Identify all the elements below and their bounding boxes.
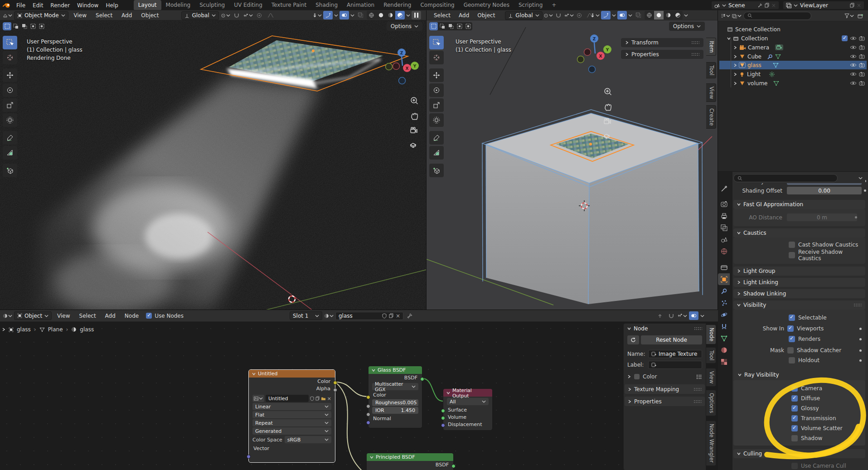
color-expand-icon[interactable] xyxy=(627,375,631,378)
snap-magnet-icon[interactable] xyxy=(232,11,242,20)
pivot-point-dropdown[interactable] xyxy=(543,11,553,20)
outliner-row-volume[interactable]: volume xyxy=(719,79,867,87)
panel-grip[interactable] xyxy=(853,303,862,307)
select-mode-subtract-icon[interactable] xyxy=(446,22,455,30)
properties-tab-world[interactable] xyxy=(718,245,730,257)
node-sidebar-tab-tool[interactable]: Tool xyxy=(706,347,716,363)
workspace-tab-animation[interactable]: Animation xyxy=(342,0,379,10)
editor-type-outliner-icon[interactable] xyxy=(721,11,730,20)
workspace-tab-compositing[interactable]: Compositing xyxy=(416,0,459,10)
panel-grip[interactable] xyxy=(691,53,699,56)
properties-search-input[interactable] xyxy=(733,174,838,182)
properties-tab-scene[interactable] xyxy=(718,233,730,245)
reset-node-button[interactable]: Reset Node xyxy=(641,335,702,344)
node-glass-bsdf[interactable]: Glass BSDF BSDF Multiscatter GGX Color R… xyxy=(368,366,422,428)
hide-eye-icon[interactable] xyxy=(850,81,857,86)
properties-options-dropdown[interactable] xyxy=(856,174,865,183)
select-mode-invert-icon[interactable] xyxy=(455,22,464,30)
node-editor-canvas[interactable]: glass › Plane › glass Untitled Color Alp… xyxy=(0,322,718,470)
menu-help[interactable]: Help xyxy=(102,0,121,10)
disable-render-icon[interactable] xyxy=(859,81,865,86)
tool-annotate[interactable] xyxy=(429,131,444,145)
node-sidebar-tab-options[interactable]: Options xyxy=(706,390,716,416)
shadow-catcher-checkbox[interactable] xyxy=(787,347,794,354)
receive-shadow-caustics-checkbox[interactable] xyxy=(789,252,795,258)
tool-cursor[interactable] xyxy=(3,51,17,64)
outliner-row-glass[interactable]: glass xyxy=(719,61,867,69)
node-panel-header[interactable]: Node xyxy=(624,324,706,334)
shading-solid-button[interactable] xyxy=(654,11,664,19)
normal-input-socket[interactable] xyxy=(366,421,370,425)
tool-scale[interactable] xyxy=(429,98,444,112)
ray-volume-scatter-checkbox[interactable] xyxy=(791,425,798,431)
select-mode-new-icon[interactable] xyxy=(429,22,438,30)
overlays-toggle[interactable] xyxy=(689,311,698,320)
properties-tab-modifiers[interactable] xyxy=(718,285,730,297)
ray-visibility-subpanel-header[interactable]: Ray Visibility xyxy=(738,371,864,379)
select-mode-invert-icon[interactable] xyxy=(29,22,37,30)
use-camera-cull-checkbox[interactable] xyxy=(791,463,798,469)
disable-render-icon[interactable] xyxy=(859,54,865,59)
tool-transform[interactable] xyxy=(3,113,17,127)
select-mode-subtract-icon[interactable] xyxy=(20,22,29,30)
transform-orientation-dropdown[interactable]: Global xyxy=(505,11,542,20)
tool-move[interactable] xyxy=(3,68,17,82)
culling-panel-header[interactable]: Culling xyxy=(733,449,865,458)
shader-type-dropdown[interactable]: Object xyxy=(14,311,52,320)
shading-rendered-button[interactable] xyxy=(673,11,683,19)
proportional-editing-icon[interactable] xyxy=(575,11,584,20)
volume-input-socket[interactable] xyxy=(441,416,445,420)
unlink-image-icon[interactable]: × xyxy=(327,396,331,402)
panel-grip[interactable] xyxy=(694,327,702,330)
image-name-field[interactable]: Untitled xyxy=(266,395,309,402)
pause-render-button[interactable] xyxy=(412,11,421,19)
overlays-toggle[interactable] xyxy=(617,11,627,19)
display-mode-dropdown[interactable] xyxy=(732,11,742,20)
properties-tab-tool[interactable] xyxy=(718,183,730,194)
hide-eye-icon[interactable] xyxy=(850,36,857,41)
vector-input-socket[interactable] xyxy=(247,455,251,459)
object-menu[interactable]: Object xyxy=(137,10,162,20)
shading-material-button[interactable] xyxy=(386,11,395,19)
xray-toggle[interactable] xyxy=(634,11,643,19)
sidebar-tab-item[interactable]: Item xyxy=(706,38,716,56)
falloff-curve-icon[interactable] xyxy=(266,11,276,20)
select-mode-intersect-icon[interactable] xyxy=(464,22,472,30)
snap-settings-dropdown[interactable] xyxy=(564,11,574,20)
editor-type-3d-viewport-icon[interactable] xyxy=(3,11,12,20)
gizmos-toggle[interactable] xyxy=(323,11,333,19)
unlink-icon[interactable]: × xyxy=(771,2,776,9)
panel-grip[interactable] xyxy=(691,41,699,44)
outliner-row-camera[interactable]: Camera xyxy=(719,43,867,52)
displacement-input-socket[interactable] xyxy=(441,423,445,427)
transform-orientation-dropdown[interactable]: Global xyxy=(181,11,218,20)
visibility-panel-header[interactable]: Visibility xyxy=(733,300,865,310)
ray-glossy-checkbox[interactable] xyxy=(791,405,798,412)
workspace-tab-modeling[interactable]: Modeling xyxy=(161,0,195,10)
color-space-dropdown[interactable]: sRGB xyxy=(285,436,331,443)
tool-cursor[interactable] xyxy=(429,51,444,64)
fake-user-shield-icon[interactable] xyxy=(382,313,387,319)
sidebar-tab-tool[interactable]: Tool xyxy=(706,62,716,78)
snap-magnet-icon[interactable] xyxy=(554,11,563,20)
workspace-tab-sculpting[interactable]: Sculpting xyxy=(195,0,229,10)
tool-annotate[interactable] xyxy=(3,131,17,145)
add-menu[interactable]: Add xyxy=(118,10,136,20)
light-group-panel-header[interactable]: Light Group xyxy=(733,266,865,276)
hide-eye-icon[interactable] xyxy=(850,54,857,59)
properties-tab-particles[interactable] xyxy=(718,297,730,309)
disable-render-icon[interactable] xyxy=(859,72,865,77)
object-mode-dropdown[interactable]: Object Mode xyxy=(14,11,68,20)
hide-eye-icon[interactable] xyxy=(850,63,857,68)
view-layer-selector[interactable]: ViewLayer × xyxy=(783,1,864,10)
workspace-tab-layout[interactable]: Layout xyxy=(134,0,161,10)
copy-icon[interactable] xyxy=(850,3,854,8)
shadow-linking-panel-header[interactable]: Shadow Linking xyxy=(733,289,865,298)
breadcrumb-expand-icon[interactable] xyxy=(2,328,5,331)
node-sidebar-tab-node[interactable]: Node xyxy=(706,325,716,344)
overlays-toggle[interactable] xyxy=(339,11,349,19)
caustics-panel-header[interactable]: Caustics xyxy=(733,228,865,237)
3d-viewport-canvas-solid[interactable]: Z X Y xyxy=(427,20,718,310)
show-gizmo-filter-dropdown[interactable] xyxy=(590,11,600,19)
snap-settings-dropdown[interactable] xyxy=(243,11,253,20)
